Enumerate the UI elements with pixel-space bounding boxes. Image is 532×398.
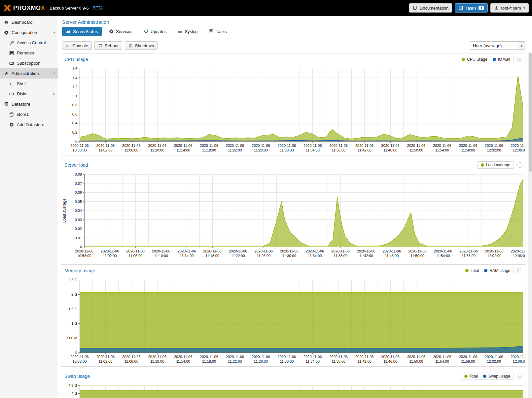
legend-dot-icon [481,163,484,167]
svg-text:2020-11-06: 2020-11-06 [252,355,270,359]
sidebar-item-dashboard[interactable]: Dashboard [0,17,58,27]
legend-dot-icon [464,375,468,378]
tab-tasks[interactable]: Tasks [205,27,231,36]
tab-services[interactable]: Services [105,27,136,36]
proxmox-logo: PROXMOX [3,4,45,12]
chart-legend: TotalSwap usage [461,373,514,380]
svg-text:2 G: 2 G [71,292,77,296]
tab-bar: ServerStatus Services Updates [58,27,532,36]
svg-text:2020-11-06: 2020-11-06 [229,249,247,253]
svg-text:2020-11-06: 2020-11-06 [383,249,401,253]
console-button[interactable]: Console [62,41,92,50]
sidebar-item-remotes[interactable]: Remotes [0,48,58,58]
tab-syslog[interactable]: Syslog [174,27,201,36]
vertical-scrollbar[interactable] [528,52,532,398]
svg-text:12:06:00: 12:06:00 [513,254,525,258]
page-title: Server Administration [58,16,532,27]
sidebar-item-shell[interactable]: Shell [0,79,58,89]
svg-text:11:54:00: 11:54:00 [435,359,449,363]
database-icon [9,112,14,117]
sidebar-item-disks[interactable]: Disks ▸ [0,89,58,99]
legend-item[interactable]: CPU usage [462,57,487,62]
legend-item[interactable]: Total [465,268,479,273]
sidebar-item-store1[interactable]: store1 [0,109,58,119]
svg-text:500 M: 500 M [67,336,77,340]
beta-link[interactable]: BETA [93,6,103,10]
sidebar-item-configuration[interactable]: Configuration ▾ [0,27,58,38]
svg-text:12:02:00: 12:02:00 [487,148,501,152]
collapse-panel-button[interactable]: − [517,57,522,62]
legend-item[interactable]: Total [464,374,478,379]
sidebar: Dashboard Configuration ▾ Access Control [0,16,58,398]
svg-text:2020-11-06: 2020-11-06 [278,144,296,148]
collapse-panel-button[interactable]: − [517,162,522,168]
sidebar-item-administration[interactable]: Administration ▾ [0,68,58,79]
svg-text:0.4: 0.4 [72,121,77,125]
svg-text:2020-11-06: 2020-11-06 [96,355,115,359]
legend-item[interactable]: Load average [481,163,510,167]
svg-text:2020-11-06: 2020-11-06 [459,144,477,148]
sidebar-item-access-control[interactable]: Access Control [0,38,58,48]
svg-text:2020-11-06: 2020-11-06 [511,249,525,253]
server-load-panel: Server load Load average − 00.010.020.03… [61,159,525,261]
sidebar-item-datastore[interactable]: Datastore [0,99,58,109]
svg-text:10:58:00: 10:58:00 [73,359,87,363]
combo-caret-icon[interactable]: ▼ [518,42,525,50]
svg-text:11:46:00: 11:46:00 [383,148,397,152]
svg-text:11:18:00: 11:18:00 [202,148,216,152]
svg-text:11:58:00: 11:58:00 [461,359,475,363]
legend-item[interactable]: Swap usage [483,374,510,379]
collapse-panel-button[interactable]: − [517,268,522,273]
svg-text:11:54:00: 11:54:00 [436,254,450,258]
svg-text:2020-11-06: 2020-11-06 [200,144,218,148]
svg-text:12:02:00: 12:02:00 [487,359,501,363]
svg-text:2020-11-06: 2020-11-06 [96,144,115,148]
memory-usage-chart: 0500 M1 G1.5 G2 G2.5 G2020-11-0610:58:00… [61,277,525,366]
sidebar-item-subscription[interactable]: Subscription [0,58,58,68]
shutdown-button[interactable]: Shutdown [125,41,158,50]
svg-text:2020-11-06: 2020-11-06 [254,249,272,253]
panel-title: Server load [64,162,88,168]
tasks-button[interactable]: Tasks 1 [455,3,487,13]
svg-text:11:06:00: 11:06:00 [128,254,142,258]
svg-text:2020-11-06: 2020-11-06 [355,355,373,359]
svg-text:0.02: 0.02 [75,227,82,231]
chevron-down-icon: ▾ [53,71,55,76]
sidebar-item-add-datastore[interactable]: Add Datastore [0,119,58,130]
legend-item[interactable]: IO wait [493,57,510,62]
documentation-button[interactable]: Documentation [409,3,452,13]
svg-text:2020-11-06: 2020-11-06 [511,144,525,148]
time-range-select[interactable]: Hour (average) ▼ [470,41,525,50]
svg-text:11:42:00: 11:42:00 [358,359,372,363]
svg-text:12:06:00: 12:06:00 [513,148,525,152]
swap-chart-svg: 0500 M1 G1.5 G2 G2.5 G3 G3.5 G4 G4.5 G20… [61,382,525,398]
reboot-button[interactable]: Reboot [94,41,122,50]
svg-text:0.06: 0.06 [75,190,82,194]
svg-text:2020-11-06: 2020-11-06 [329,355,347,359]
legend-item[interactable]: RAM usage [484,268,510,273]
user-menu-button[interactable]: root@pam ▾ [490,3,529,13]
svg-text:4 G: 4 G [71,391,77,395]
tab-serverstatus[interactable]: ServerStatus [62,27,102,36]
panels-container: CPU usage CPU usageIO wait − 00.20.40.60… [58,52,532,398]
svg-text:2020-11-06: 2020-11-06 [357,249,375,253]
svg-text:11:22:00: 11:22:00 [231,254,245,258]
svg-text:1.6: 1.6 [72,67,77,71]
svg-text:2020-11-06: 2020-11-06 [459,355,477,359]
chevron-down-icon: ▾ [53,30,55,35]
svg-text:11:50:00: 11:50:00 [409,359,423,363]
tab-updates[interactable]: Updates [140,27,170,36]
svg-text:2020-11-06: 2020-11-06 [152,249,170,253]
legend-label: IO wait [498,57,510,62]
scrollbar-thumb[interactable] [529,53,532,172]
legend-label: CPU usage [467,57,487,62]
svg-text:11:26:00: 11:26:00 [254,359,268,363]
panel-title: Memory usage [64,268,95,273]
svg-text:11:38:00: 11:38:00 [334,254,347,258]
legend-dot-icon [465,269,469,272]
collapse-panel-button[interactable]: − [517,374,522,379]
memory-usage-panel: Memory usage TotalRAM usage − 0500 M1 G1… [61,264,525,367]
chart-legend: CPU usageIO wait [458,56,514,63]
svg-text:2020-11-06: 2020-11-06 [70,144,89,148]
area-chart-icon [66,29,71,34]
